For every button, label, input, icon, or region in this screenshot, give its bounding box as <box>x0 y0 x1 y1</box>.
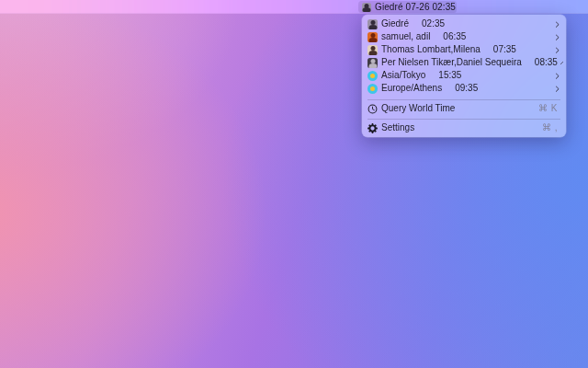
menu-item-giedre[interactable]: Giedré 02:35 <box>362 17 566 30</box>
local-time: 02:35 <box>422 17 445 30</box>
timezone-name: Europe/Athens <box>381 82 442 95</box>
local-time: 07:35 <box>493 43 516 56</box>
action-label: Settings <box>381 121 414 134</box>
local-time: 15:35 <box>438 69 461 82</box>
keyboard-shortcut: ⌘ , <box>542 121 558 134</box>
keyboard-shortcut: ⌘ K <box>538 102 558 115</box>
timezone-globe-icon <box>368 84 378 94</box>
menu-item-query-world-time[interactable]: Query World Time ⌘ K <box>362 102 566 115</box>
chevron-right-icon <box>553 34 559 40</box>
local-time: 06:35 <box>443 30 466 43</box>
menu-item-thomas-milena[interactable]: Thomas Lombart,Milena 07:35 <box>362 43 566 56</box>
person-name: samuel, adil <box>381 30 430 43</box>
worldclock-dropdown-menu: Giedré 02:35 samuel, adil 06:35 Thomas L… <box>362 15 566 137</box>
timezone-name: Asia/Tokyo <box>381 69 425 82</box>
timezone-globe-icon <box>368 71 378 81</box>
chevron-right-icon <box>553 73 559 78</box>
person-silhouette-icon <box>368 45 378 55</box>
action-label: Query World Time <box>381 102 455 115</box>
menubar: Giedré 07-26 02:35 <box>0 0 588 14</box>
person-silhouette-icon <box>368 58 378 68</box>
menu-separator <box>368 119 560 120</box>
menu-item-europe-athens[interactable]: Europe/Athens 09:35 <box>362 82 566 95</box>
avatar-icon <box>368 58 378 68</box>
avatar-icon <box>368 19 378 29</box>
gear-icon <box>368 123 378 133</box>
avatar-icon <box>362 3 371 12</box>
menu-item-per-daniel[interactable]: Per Nielsen Tikær,Daniel Sequeira 08:35 <box>362 56 566 69</box>
menu-separator <box>368 99 560 100</box>
menubar-status-item-worldclock[interactable]: Giedré 07-26 02:35 <box>358 1 457 13</box>
person-name: Giedré <box>381 17 409 30</box>
person-silhouette-icon <box>368 19 378 29</box>
avatar-icon <box>368 45 378 55</box>
local-time: 09:35 <box>455 82 478 95</box>
person-name: Per Nielsen Tikær,Daniel Sequeira <box>381 56 522 69</box>
person-silhouette-icon <box>362 3 371 12</box>
avatar-icon <box>368 32 378 42</box>
globe-center-dot <box>370 74 375 78</box>
chevron-right-icon <box>553 86 559 91</box>
chevron-right-icon <box>553 47 559 52</box>
status-item-label: Giedré 07-26 02:35 <box>375 1 456 13</box>
menu-item-asia-tokyo[interactable]: Asia/Tokyo 15:35 <box>362 69 566 82</box>
chevron-right-icon <box>553 21 559 27</box>
local-time: 08:35 <box>535 56 558 69</box>
chevron-right-icon <box>560 61 563 64</box>
globe-center-dot <box>370 86 375 91</box>
menu-item-settings[interactable]: Settings ⌘ , <box>362 121 566 134</box>
clock-icon <box>368 104 378 114</box>
person-silhouette-icon <box>368 32 378 42</box>
menu-item-samuel-adil[interactable]: samuel, adil 06:35 <box>362 30 566 43</box>
person-name: Thomas Lombart,Milena <box>381 43 481 56</box>
